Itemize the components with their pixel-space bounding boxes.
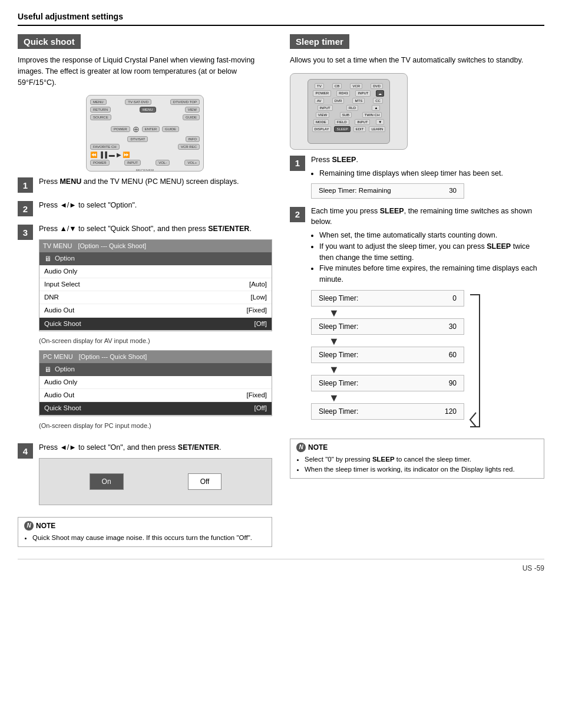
main-content: Quick shoot Improves the response of Liq… [18, 34, 544, 547]
sleep-remaining-display: Sleep Timer: Remaining 30 [311, 183, 464, 198]
timer-30: Sleep Timer: 30 [311, 318, 464, 335]
pc-menu-option-label: Option [55, 364, 75, 374]
tv-menu-item-3-label: Audio Out [44, 305, 74, 315]
input4-btn: INPUT [355, 119, 370, 125]
pc-menu-path: [Option --- Quick Shoot] [79, 352, 147, 362]
power3-btn: POWER [313, 90, 331, 97]
timer-120-value: 120 [445, 406, 457, 417]
sleep-remote-inner: TV CB VCR DVD POWER RD43 INPUT ☁ AV DVR … [308, 79, 390, 144]
tv-menu-item-0-label: Audio Only [44, 266, 77, 276]
pc-menu-item-1-value: [Fixed] [246, 390, 267, 400]
edit-btn: EDIT [353, 126, 366, 132]
sleep-remote-row4: INPUT RLD ▲ [312, 105, 386, 111]
timer-30-label: Sleep Timer: [319, 321, 358, 332]
enter-btn-label: ENTER [142, 126, 160, 132]
mts-btn: MTS [352, 98, 365, 104]
cb-btn: CB [332, 83, 342, 89]
sleep-bullet-0: When set, the time automatically starts … [319, 230, 544, 241]
sleep-note-icon: N [296, 443, 306, 452]
sleep-note-item-0: Select "0" by pressing SLEEP to cancel t… [305, 454, 538, 465]
sleep-btn2: SLEEP [334, 126, 350, 132]
pc-menu-option-row: 🖥 Option [39, 363, 272, 376]
timer-60-value: 60 [449, 350, 457, 360]
remote-top-row: MENU TV·SAT·DVD DTV/DVD TOP [90, 99, 200, 105]
tv-menu-header: TV MENU [Option --- Quick Shoot] [39, 240, 272, 252]
tv-menu-item-2: DNR [Low] [39, 291, 272, 304]
quick-shoot-note: N NOTE Quick Shoot may cause image noise… [18, 517, 272, 547]
tv-menu-option-icon: 🖥 [44, 253, 51, 264]
tv-menu-item-1-label: Input Select [44, 279, 80, 289]
timer-60-label: Sleep Timer: [319, 350, 358, 360]
sleep-bullet-2: Five minutes before time expires, the re… [319, 263, 544, 285]
sleep-step-2-bold: SLEEP [380, 207, 404, 215]
off-button[interactable]: Off [188, 473, 222, 490]
twin-ch-btn: TWIN CH [362, 112, 382, 118]
tv-menu-display: TV MENU [Option --- Quick Shoot] 🖥 Optio… [39, 239, 272, 331]
tv-menu-item-1: Input Select [Auto] [39, 278, 272, 291]
receiver-label: RECEIVER [136, 169, 154, 172]
step-4-num: 4 [18, 443, 33, 459]
dtv-dvd-top-btn: DTV/DVD TOP [170, 99, 200, 105]
sleep-timer-section: Sleep timer Allows you to set a time whe… [290, 34, 544, 547]
tv-menu-path: [Option --- Quick Shoot] [78, 241, 147, 251]
dtv-sat-btn: DTV/SAT [127, 136, 148, 142]
arrow-1: ▼ [329, 336, 464, 347]
note-label: NOTE [36, 522, 55, 530]
timer-0-value: 0 [452, 293, 457, 304]
tv-menu-item-2-label: DNR [44, 292, 59, 302]
quick-shoot-section: Quick shoot Improves the response of Liq… [18, 34, 272, 547]
transport-btns: ⏪ ▐▐ ▬ ▶ ⏩ [90, 151, 130, 158]
sleep-note-label: NOTE [308, 443, 328, 452]
page-number: US -59 [523, 564, 544, 572]
sleep-note-item-1: When the sleep timer is working, its ind… [305, 465, 538, 475]
tv-btn: TV [315, 83, 324, 89]
remote-second-row: RETURN MENU VIEW [90, 107, 200, 113]
pc-menu-item-1: Audio Out [Fixed] [39, 389, 272, 402]
timer-0-label: Sleep Timer: [319, 293, 358, 304]
pc-menu-item-0: Audio Only [39, 376, 272, 389]
on-button[interactable]: On [90, 473, 124, 490]
sleep-remaining-label: Sleep Timer: Remaining [319, 186, 391, 196]
menu-btn: MENU [90, 99, 107, 105]
arrow-3: ▼ [329, 393, 464, 403]
tv-menu-item-1-value: [Auto] [249, 279, 267, 289]
tv-menu-caption: (On-screen display for AV input mode.) [39, 336, 272, 346]
pc-menu-option-icon: 🖥 [44, 364, 51, 375]
step-3-num: 3 [18, 225, 33, 240]
sleep-note-header: N NOTE [296, 443, 538, 452]
sleep-step-2-content: Each time you press SLEEP, the remaining… [311, 206, 544, 431]
timer-30-value: 30 [449, 321, 457, 332]
timer-120-label: Sleep Timer: [319, 406, 358, 417]
quick-shoot-desc: Improves the response of Liquid Crystal … [18, 55, 272, 88]
pc-menu-label: PC MENU [43, 352, 73, 362]
tv-menu-item-4: Quick Shoot [Off] [39, 318, 272, 331]
tv-menu-option-row: 🖥 Option [39, 252, 272, 265]
tv-sat-dvd-btn: TV·SAT·DVD [125, 99, 151, 105]
rd43-btn: RD43 [336, 90, 350, 97]
remote-bottom-row: POWER INPUT VOL- VOL+ [90, 160, 200, 166]
power2-btn: POWER [90, 160, 110, 166]
arrow-0: ▼ [329, 308, 464, 318]
view-btn: VIEW [185, 107, 200, 113]
sleep-remaining-value: 30 [449, 186, 457, 196]
page-header: Useful adjustment settings [18, 12, 544, 26]
pc-menu-display: PC MENU [Option --- Quick Shoot] 🖥 Optio… [39, 350, 272, 416]
field-btn: FIELD [335, 119, 349, 125]
step-2-content: Press ◄/► to select "Option". [39, 200, 272, 211]
bracket-arrow [468, 290, 482, 431]
sleep-step-1-bullet-0: Remaining time displays when sleep timer… [319, 168, 544, 179]
step-2-num: 2 [18, 201, 33, 216]
guide-btn: GUIDE [183, 114, 200, 120]
remote-inner: MENU TV·SAT·DVD DTV/DVD TOP RETURN MENU … [87, 95, 203, 171]
tv-menu-option-label: Option [55, 253, 75, 263]
sleep-timer-desc: Allows you to set a time when the TV aut… [290, 55, 544, 66]
input-btn: INPUT [124, 160, 141, 166]
sleep-remote-row1: TV CB VCR DVD [312, 83, 386, 89]
sleep-bullet-1-bold: SLEEP [487, 242, 511, 251]
rld-btn: RLD [346, 105, 358, 111]
sleep-btn-label: ☁ [376, 90, 384, 97]
pc-menu-item-0-label: Audio Only [44, 377, 77, 387]
timer-120: Sleep Timer: 120 [311, 403, 464, 420]
sleep-timer-remote: TV CB VCR DVD POWER RD43 INPUT ☁ AV DVR … [290, 73, 408, 150]
sleep-step-2-num: 2 [290, 207, 305, 222]
